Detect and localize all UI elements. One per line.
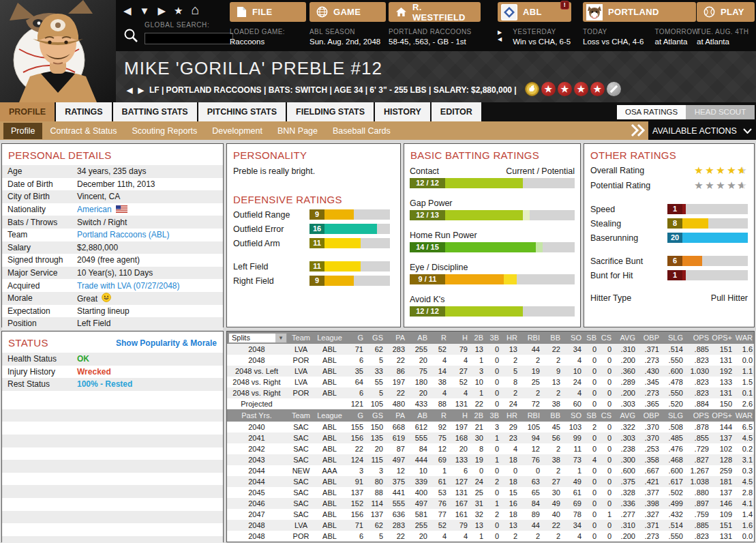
table-row[interactable]: 2048PORABL6522204410222400.200.273.550.8… — [227, 531, 755, 542]
table-row[interactable]: 2041SACABL156135619555751683012394569900… — [227, 432, 755, 443]
tab-batting-stats[interactable]: BATTING STATS — [113, 102, 197, 121]
history-dropdown-icon[interactable]: ▼ — [140, 5, 150, 17]
column-header-league[interactable]: League — [316, 332, 346, 344]
column-header-war[interactable]: WAR — [734, 332, 755, 344]
column-header-war[interactable]: WAR — [734, 409, 755, 422]
show-popularity-morale-link[interactable]: Show Popularity & Morale — [116, 338, 217, 348]
tab-fielding-stats[interactable]: FIELDING STATS — [287, 102, 374, 121]
table-row[interactable]: 2042SACABL2220878412208041221100.238.253… — [227, 443, 755, 454]
column-header-team[interactable]: Team — [288, 332, 316, 344]
file-button[interactable]: FILE — [230, 2, 306, 22]
forward-icon[interactable]: ▶ — [157, 5, 166, 17]
subtab-development[interactable]: Development — [205, 123, 270, 139]
manager-button[interactable]: R. WESTFIELD — [389, 2, 481, 22]
tab-ratings[interactable]: RATINGS — [56, 102, 111, 121]
tab-editor[interactable]: EDITOR — [432, 102, 481, 121]
table-row[interactable]: Projected121105480433881312202472386000.… — [227, 398, 755, 409]
head-scout-toggle[interactable]: HEAD SCOUT — [686, 105, 755, 119]
column-header-h[interactable]: H — [449, 332, 470, 344]
column-header-r[interactable]: R — [429, 409, 449, 422]
column-header-gs[interactable]: GS — [365, 409, 385, 422]
table-row[interactable]: 2045SACABL13788441400531312501565306100.… — [227, 487, 755, 498]
column-header-rbi[interactable]: RBI — [519, 332, 542, 344]
column-header-obp[interactable]: OBP — [637, 409, 661, 422]
table-row[interactable]: 2046SACABL152114555497761673111684496900… — [227, 498, 755, 509]
chevron-right-icon[interactable] — [630, 123, 648, 140]
table-row[interactable]: 2048LVAABL716228325552791301344223400.31… — [227, 520, 755, 531]
column-header-r[interactable]: R — [429, 332, 449, 344]
column-header-g[interactable]: G — [346, 332, 365, 344]
tab-profile[interactable]: PROFILE — [0, 102, 55, 121]
global-search-input[interactable] — [145, 33, 233, 44]
table-row[interactable]: 2040SACABL155150668612921972132910545103… — [227, 422, 755, 432]
column-header-pa[interactable]: PA — [385, 332, 407, 344]
game-button[interactable]: GAME — [309, 2, 386, 22]
column-header-ab[interactable]: AB — [407, 332, 429, 344]
column-header-avg[interactable]: AVG — [614, 409, 637, 422]
column-header-so[interactable]: SO — [562, 332, 584, 344]
subtab-contract-status[interactable]: Contract & Status — [42, 123, 124, 139]
column-header-slg[interactable]: SLG — [661, 332, 685, 344]
column-header-ops[interactable]: OPS+ — [711, 332, 734, 344]
column-header-g[interactable]: G — [346, 409, 365, 422]
column-header-hr[interactable]: HR — [501, 332, 519, 344]
table-row[interactable]: 2048 vs. RightPORABL6522204410222400.200… — [227, 387, 755, 398]
column-header-3b[interactable]: 3B — [485, 332, 501, 344]
column-header-so[interactable]: SO — [562, 409, 584, 422]
column-header-slg[interactable]: SLG — [661, 409, 685, 422]
osa-ratings-toggle[interactable]: OSA RATINGS — [617, 105, 686, 119]
team-link[interactable]: Portland Raccoons (ABL) — [77, 230, 169, 239]
column-header-obp[interactable]: OBP — [637, 332, 661, 344]
column-header-cs[interactable]: CS — [599, 409, 614, 422]
cell: LVA — [288, 366, 316, 377]
table-row[interactable]: 2044NEWAAA3312101600002100.600.667.6001.… — [227, 465, 755, 476]
column-header-sb[interactable]: SB — [584, 332, 599, 344]
favorites-star-icon[interactable]: ★ — [174, 5, 183, 17]
day-step-arrows[interactable]: ▶◀ — [498, 29, 502, 46]
column-header-ab[interactable]: AB — [407, 409, 429, 422]
column-header-bb[interactable]: BB — [542, 332, 562, 344]
play-button[interactable]: PLAY — [697, 2, 755, 22]
table-row[interactable]: 2048 vs. RightLVAABL64551971803852100825… — [227, 377, 755, 387]
column-header-ops[interactable]: OPS — [685, 409, 711, 422]
home-icon[interactable]: ⌂ — [191, 5, 199, 17]
tab-history[interactable]: HISTORY — [375, 102, 430, 121]
column-header-2b[interactable]: 2B — [470, 332, 485, 344]
table-row[interactable]: 2043SACABL124115497444691331911876387340… — [227, 454, 755, 465]
column-header-2b[interactable]: 2B — [470, 409, 485, 422]
available-actions-button[interactable]: AVAILABLE ACTIONS — [648, 121, 756, 140]
tab-pitching-stats[interactable]: PITCHING STATS — [198, 102, 286, 121]
column-header-rbi[interactable]: RBI — [519, 409, 542, 422]
subtab-bnn-page[interactable]: BNN Page — [270, 123, 325, 139]
column-header-h[interactable]: H — [449, 409, 470, 422]
nationality-link[interactable]: American — [77, 205, 112, 214]
search-icon[interactable] — [123, 28, 138, 46]
table-row[interactable]: 2047SACABL156137636581771613221889407801… — [227, 509, 755, 520]
abl-button[interactable]: ABL ! — [498, 2, 571, 22]
table-row[interactable]: 2048LVAABL716228325552791301344223400.31… — [227, 344, 755, 355]
table-row[interactable]: 2048PORABL6522204410222400.200.273.550.8… — [227, 355, 755, 366]
subtab-baseball-cards[interactable]: Baseball Cards — [325, 123, 398, 139]
portland-button[interactable]: PORTLAND — [583, 2, 696, 22]
column-header-pa[interactable]: PA — [385, 409, 407, 422]
column-header-ops[interactable]: OPS — [685, 332, 711, 344]
column-header-ops[interactable]: OPS+ — [711, 409, 734, 422]
column-header-gs[interactable]: GS — [365, 332, 385, 344]
column-header-sb[interactable]: SB — [584, 409, 599, 422]
column-header-3b[interactable]: 3B — [485, 409, 501, 422]
column-header-league[interactable]: League — [316, 409, 346, 422]
back-icon[interactable]: ◀ — [123, 5, 132, 17]
table-row[interactable]: 2048 vs. LeftLVAABL353386751427305199100… — [227, 366, 755, 377]
column-header-hr[interactable]: HR — [501, 409, 519, 422]
subtab-profile[interactable]: Profile — [3, 123, 42, 139]
table-row[interactable]: 2044SACABL9180375339611272421863274900.3… — [227, 476, 755, 487]
column-header-team[interactable]: Team — [288, 409, 316, 422]
acquired-link[interactable]: Trade with LVA (07/27/2048) — [77, 281, 180, 291]
splits-dropdown[interactable]: Splits▾ — [228, 333, 287, 343]
column-header-cs[interactable]: CS — [599, 332, 614, 344]
subtab-scouting-reports[interactable]: Scouting Reports — [124, 123, 205, 139]
column-header-avg[interactable]: AVG — [614, 332, 637, 344]
column-header-bb[interactable]: BB — [542, 409, 562, 422]
next-player-icon[interactable]: ▶ — [138, 86, 143, 95]
previous-player-icon[interactable]: ◀ — [127, 86, 132, 95]
